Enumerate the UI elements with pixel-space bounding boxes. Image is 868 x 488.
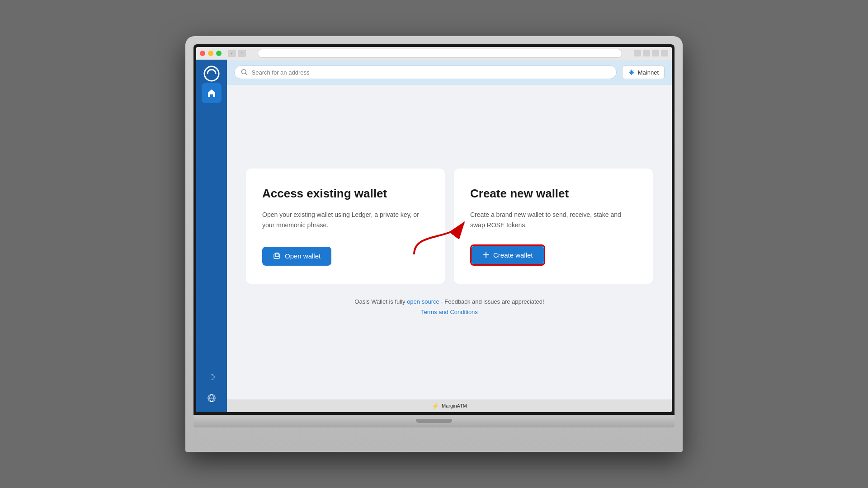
cards-wrapper: Access existing wallet Open your existin… — [246, 169, 653, 284]
svg-point-0 — [204, 66, 219, 81]
create-wallet-title: Create new wallet — [470, 187, 637, 201]
toolbar-actions — [634, 50, 668, 56]
access-wallet-card: Access existing wallet Open your existin… — [246, 169, 445, 284]
laptop-bottom — [193, 415, 675, 427]
open-source-link[interactable]: open source — [407, 298, 439, 305]
footer-text-before: Oasis Wallet is fully — [354, 298, 407, 305]
forward-button[interactable]: › — [238, 50, 246, 57]
laptop-frame: ‹ › — [185, 36, 683, 452]
toolbar-btn-4[interactable] — [661, 50, 668, 56]
sidebar-bottom: ☽ — [203, 369, 220, 407]
laptop-notch — [416, 419, 452, 423]
create-wallet-button[interactable]: Create wallet — [472, 246, 544, 264]
network-label: Mainnet — [638, 69, 659, 76]
toolbar-btn-3[interactable] — [652, 50, 659, 56]
page-content: Access existing wallet Open your existin… — [227, 85, 672, 399]
cards-row: Access existing wallet Open your existin… — [246, 169, 653, 284]
sidebar-item-theme[interactable]: ☽ — [203, 369, 220, 386]
screen-bezel: ‹ › — [193, 44, 675, 415]
sidebar: ☽ — [196, 60, 227, 412]
globe-icon — [207, 393, 217, 403]
create-wallet-card: Create new wallet Create a brand new wal… — [454, 169, 653, 284]
toolbar-btn-2[interactable] — [643, 50, 650, 56]
title-bar: ‹ › — [196, 47, 672, 60]
address-bar[interactable] — [258, 49, 622, 58]
footer-text-after: - Feedback and issues are appreciated! — [439, 298, 544, 305]
svg-line-5 — [245, 73, 247, 75]
app-layout: ☽ — [196, 60, 672, 412]
access-wallet-desc: Open your existing wallet using Ledger, … — [262, 210, 429, 232]
sidebar-item-language[interactable] — [203, 389, 220, 407]
search-container — [234, 66, 617, 79]
top-bar: Mainnet — [227, 60, 672, 85]
create-wallet-label: Create wallet — [493, 251, 533, 259]
network-icon — [628, 69, 635, 76]
maximize-button[interactable] — [216, 51, 222, 56]
search-input[interactable] — [252, 69, 610, 76]
svg-rect-7 — [275, 253, 279, 257]
create-wallet-desc: Create a brand new wallet to send, recei… — [470, 210, 637, 230]
taskbar-label: MarginATM — [442, 403, 467, 408]
footer-terms: Terms and Conditions — [421, 308, 478, 316]
network-selector[interactable]: Mainnet — [622, 66, 665, 79]
search-icon — [241, 69, 248, 76]
minimize-button[interactable] — [208, 51, 213, 56]
open-wallet-label: Open wallet — [285, 252, 321, 260]
oasis-logo — [203, 65, 220, 82]
open-wallet-icon — [273, 252, 281, 260]
taskbar: ⚡ MarginATM — [227, 399, 672, 412]
footer-text: Oasis Wallet is fully open source - Feed… — [354, 298, 544, 305]
access-wallet-title: Access existing wallet — [262, 187, 429, 201]
close-button[interactable] — [200, 51, 205, 56]
screen: ‹ › — [196, 47, 672, 412]
toolbar-btn-1[interactable] — [634, 50, 641, 56]
back-button[interactable]: ‹ — [228, 50, 236, 57]
home-icon — [207, 88, 217, 98]
nav-buttons: ‹ › — [228, 50, 246, 57]
main-content: Mainnet Access existing wallet Open your… — [227, 60, 672, 412]
terms-link[interactable]: Terms and Conditions — [421, 309, 478, 315]
sidebar-item-home[interactable] — [202, 83, 222, 103]
svg-rect-6 — [274, 254, 279, 258]
create-wallet-button-wrapper: Create wallet — [470, 244, 545, 266]
open-wallet-button[interactable]: Open wallet — [262, 247, 331, 266]
plus-icon — [482, 251, 490, 258]
taskbar-icon: ⚡ — [432, 403, 439, 409]
